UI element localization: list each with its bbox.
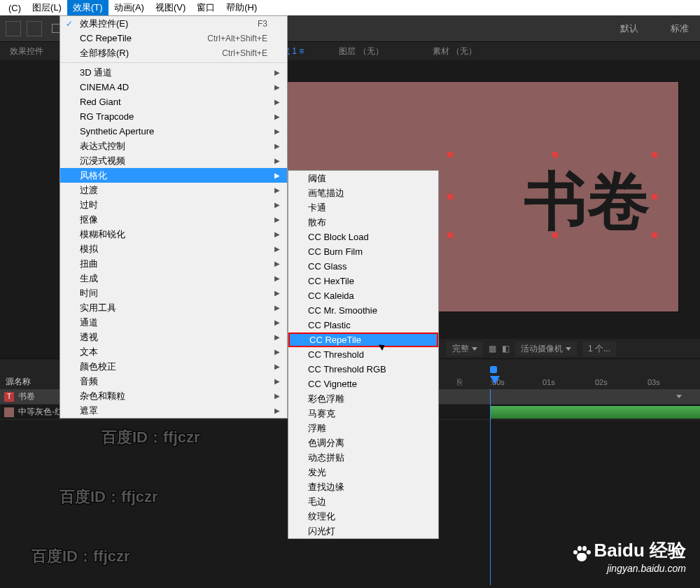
selection-handle[interactable] — [652, 194, 657, 200]
mask-icon[interactable]: ◧ — [502, 344, 510, 354]
menu-item[interactable]: 3D 通道▶ — [60, 65, 287, 80]
chevron-right-icon: ▶ — [274, 98, 280, 106]
chevron-down-icon[interactable] — [676, 395, 682, 398]
effect-menu: ✓效果控件(E)F3CC RepeTileCtrl+Alt+Shift+E全部移… — [59, 15, 288, 419]
menu-item[interactable]: Red Giant▶ — [60, 94, 287, 109]
quality-dropdown[interactable]: 完整 — [447, 342, 483, 356]
menu-item[interactable]: 过渡▶ — [60, 183, 287, 197]
selection-handle[interactable] — [552, 232, 558, 238]
menu-item[interactable]: 杂色和颗粒▶ — [60, 388, 287, 403]
menu-item[interactable]: 通道▶ — [60, 315, 287, 330]
layer-tab[interactable]: 图层 （无） — [332, 43, 390, 60]
menu-item[interactable]: Synthetic Aperture▶ — [60, 124, 287, 139]
menu-item[interactable]: 表达式控制▶ — [60, 139, 287, 153]
submenu-item-label: CC Glass — [308, 261, 347, 272]
submenu-item[interactable]: 阈值 — [288, 171, 438, 186]
submenu-item[interactable]: CC Threshold — [288, 347, 438, 362]
layer-duration-bar[interactable] — [490, 406, 700, 419]
submenu-item-label: CC Threshold RGB — [308, 364, 386, 374]
submenu-item[interactable]: CC Plastic — [288, 318, 438, 332]
menu-item[interactable]: RG Trapcode▶ — [60, 109, 287, 124]
submenu-item[interactable]: 纹理化 — [288, 509, 438, 524]
chevron-right-icon: ▶ — [274, 230, 280, 238]
submenu-item-label: CC Burn Film — [308, 246, 363, 257]
menu-item[interactable]: CINEMA 4D▶ — [60, 80, 287, 94]
chevron-right-icon: ▶ — [274, 304, 280, 312]
submenu-item[interactable]: CC Threshold RGB — [288, 362, 438, 377]
menu-item-label: 效果控件(E) — [80, 18, 128, 30]
submenu-item[interactable]: 画笔描边 — [288, 186, 438, 200]
layer-bar-track — [490, 405, 700, 420]
menu-item[interactable]: 抠像▶ — [60, 212, 287, 227]
menu-item[interactable]: 遮罩▶ — [60, 403, 287, 418]
selection-handle[interactable] — [447, 232, 453, 238]
menu-effect[interactable]: 效果(T) — [67, 0, 108, 15]
chevron-right-icon: ▶ — [274, 333, 280, 341]
submenu-item[interactable]: 彩色浮雕 — [288, 391, 438, 406]
menu-item[interactable]: 实用工具▶ — [60, 300, 287, 315]
submenu-item[interactable]: CC HexTile — [288, 274, 438, 288]
camera-dropdown[interactable]: 活动摄像机 — [515, 342, 577, 356]
menu-item[interactable]: 透视▶ — [60, 330, 287, 344]
submenu-item[interactable]: CC Vignette — [288, 377, 438, 391]
submenu-item[interactable]: 发光 — [288, 465, 438, 479]
selection-handle[interactable] — [652, 232, 657, 238]
menu-item-label: 遮罩 — [80, 405, 98, 417]
submenu-item[interactable]: CC Kaleida — [288, 288, 438, 303]
submenu-item[interactable]: 浮雕 — [288, 421, 438, 435]
submenu-item[interactable]: CC Burn Film — [288, 244, 438, 259]
submenu-item[interactable]: CC Glass — [288, 259, 438, 274]
playhead-in[interactable] — [490, 366, 497, 373]
menu-window[interactable]: 窗口 — [191, 0, 220, 15]
submenu-item-label: 纹理化 — [308, 510, 335, 523]
menu-layer[interactable]: 图层(L) — [27, 0, 67, 15]
submenu-item[interactable]: CC RepeTile — [288, 332, 438, 347]
menu-item[interactable]: 风格化▶ — [60, 168, 287, 183]
menu-item[interactable]: 文本▶ — [60, 344, 287, 359]
solid-layer-icon — [4, 407, 14, 417]
menu-view[interactable]: 视图(V) — [150, 0, 191, 15]
tool-rect-icon[interactable] — [27, 21, 42, 36]
menu-item[interactable]: CC RepeTileCtrl+Alt+Shift+E — [60, 31, 287, 46]
tool-selection-icon[interactable] — [6, 21, 21, 36]
menu-item[interactable]: ✓效果控件(E)F3 — [60, 16, 287, 31]
menu-item[interactable]: 时间▶ — [60, 286, 287, 300]
grid-icon[interactable]: ▦ — [489, 344, 496, 354]
submenu-item[interactable]: 动态拼贴 — [288, 450, 438, 465]
selection-handle[interactable] — [447, 194, 453, 200]
submenu-item[interactable]: 色调分离 — [288, 435, 438, 450]
menu-item[interactable]: 沉浸式视频▶ — [60, 153, 287, 168]
menu-item[interactable]: 过时▶ — [60, 197, 287, 212]
submenu-item[interactable]: 卡通 — [288, 200, 438, 215]
submenu-item[interactable]: 毛边 — [288, 494, 438, 509]
menu-item-label: 模糊和锐化 — [80, 228, 125, 241]
selection-handle[interactable] — [652, 152, 657, 158]
workspace-standard[interactable]: 标准 — [665, 20, 694, 38]
submenu-item[interactable]: 闪光灯 — [288, 524, 438, 538]
menu-item[interactable]: 全部移除(R)Ctrl+Shift+E — [60, 46, 287, 60]
effect-controls-tab[interactable]: 效果控件 — [3, 43, 50, 60]
menu-animation[interactable]: 动画(A) — [108, 0, 150, 15]
menu-item-label: 风格化 — [80, 169, 107, 182]
submenu-item[interactable]: CC Block Load — [288, 230, 438, 244]
submenu-item[interactable]: 马赛克 — [288, 406, 438, 421]
chevron-right-icon: ▶ — [274, 216, 280, 223]
menu-item[interactable]: 模拟▶ — [60, 241, 287, 256]
workspace-default[interactable]: 默认 — [615, 20, 644, 38]
menu-item[interactable]: 音频▶ — [60, 374, 287, 388]
menu-item[interactable]: 扭曲▶ — [60, 256, 287, 271]
selection-handle[interactable] — [552, 152, 558, 158]
submenu-item[interactable]: 散布 — [288, 215, 438, 230]
menu-help[interactable]: 帮助(H) — [220, 0, 262, 15]
submenu-item[interactable]: CC Mr. Smoothie — [288, 303, 438, 318]
submenu-item-label: 马赛克 — [308, 407, 335, 420]
submenu-item[interactable]: 查找边缘 — [288, 479, 438, 494]
menu-item[interactable]: 颜色校正▶ — [60, 359, 287, 374]
views-dropdown[interactable]: 1 个... — [582, 342, 616, 356]
menu-item[interactable]: 生成▶ — [60, 271, 287, 286]
marker-icon[interactable]: ⎘ — [457, 377, 462, 387]
footage-tab[interactable]: 素材 （无） — [426, 43, 484, 60]
menu-item[interactable]: 模糊和锐化▶ — [60, 227, 287, 241]
selection-handle[interactable] — [447, 152, 453, 158]
menu-c[interactable]: (C) — [3, 1, 27, 15]
